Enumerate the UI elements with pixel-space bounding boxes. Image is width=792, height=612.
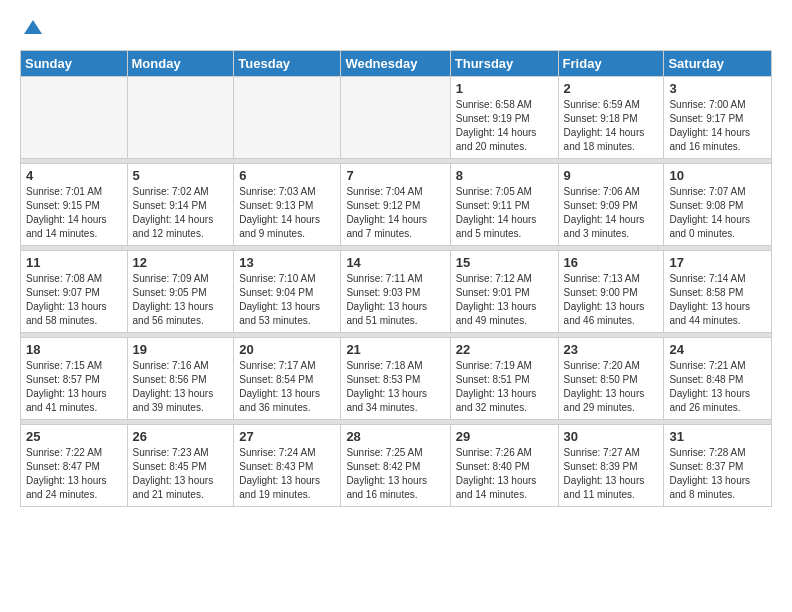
day-number: 11: [26, 255, 122, 270]
calendar-cell: 5Sunrise: 7:02 AM Sunset: 9:14 PM Daylig…: [127, 164, 234, 246]
week-row-3: 11Sunrise: 7:08 AM Sunset: 9:07 PM Dayli…: [21, 251, 772, 333]
day-number: 25: [26, 429, 122, 444]
day-info: Sunrise: 6:59 AM Sunset: 9:18 PM Dayligh…: [564, 98, 659, 154]
day-number: 8: [456, 168, 553, 183]
calendar-cell: [127, 77, 234, 159]
calendar-cell: 2Sunrise: 6:59 AM Sunset: 9:18 PM Daylig…: [558, 77, 664, 159]
day-info: Sunrise: 7:26 AM Sunset: 8:40 PM Dayligh…: [456, 446, 553, 502]
page: SundayMondayTuesdayWednesdayThursdayFrid…: [0, 0, 792, 523]
calendar: SundayMondayTuesdayWednesdayThursdayFrid…: [20, 50, 772, 507]
calendar-cell: [234, 77, 341, 159]
day-number: 7: [346, 168, 444, 183]
calendar-cell: 3Sunrise: 7:00 AM Sunset: 9:17 PM Daylig…: [664, 77, 772, 159]
day-number: 19: [133, 342, 229, 357]
week-row-5: 25Sunrise: 7:22 AM Sunset: 8:47 PM Dayli…: [21, 425, 772, 507]
calendar-cell: 1Sunrise: 6:58 AM Sunset: 9:19 PM Daylig…: [450, 77, 558, 159]
day-info: Sunrise: 7:10 AM Sunset: 9:04 PM Dayligh…: [239, 272, 335, 328]
calendar-cell: 15Sunrise: 7:12 AM Sunset: 9:01 PM Dayli…: [450, 251, 558, 333]
day-info: Sunrise: 7:27 AM Sunset: 8:39 PM Dayligh…: [564, 446, 659, 502]
day-number: 3: [669, 81, 766, 96]
calendar-cell: 30Sunrise: 7:27 AM Sunset: 8:39 PM Dayli…: [558, 425, 664, 507]
day-number: 31: [669, 429, 766, 444]
day-number: 6: [239, 168, 335, 183]
day-number: 27: [239, 429, 335, 444]
day-number: 24: [669, 342, 766, 357]
day-number: 15: [456, 255, 553, 270]
calendar-cell: 10Sunrise: 7:07 AM Sunset: 9:08 PM Dayli…: [664, 164, 772, 246]
calendar-cell: 11Sunrise: 7:08 AM Sunset: 9:07 PM Dayli…: [21, 251, 128, 333]
calendar-cell: 13Sunrise: 7:10 AM Sunset: 9:04 PM Dayli…: [234, 251, 341, 333]
day-number: 22: [456, 342, 553, 357]
calendar-cell: 9Sunrise: 7:06 AM Sunset: 9:09 PM Daylig…: [558, 164, 664, 246]
calendar-cell: 6Sunrise: 7:03 AM Sunset: 9:13 PM Daylig…: [234, 164, 341, 246]
weekday-header-friday: Friday: [558, 51, 664, 77]
day-info: Sunrise: 7:24 AM Sunset: 8:43 PM Dayligh…: [239, 446, 335, 502]
logo: [20, 16, 44, 38]
calendar-cell: 14Sunrise: 7:11 AM Sunset: 9:03 PM Dayli…: [341, 251, 450, 333]
day-info: Sunrise: 7:13 AM Sunset: 9:00 PM Dayligh…: [564, 272, 659, 328]
day-info: Sunrise: 7:07 AM Sunset: 9:08 PM Dayligh…: [669, 185, 766, 241]
calendar-cell: 8Sunrise: 7:05 AM Sunset: 9:11 PM Daylig…: [450, 164, 558, 246]
day-number: 21: [346, 342, 444, 357]
calendar-cell: 7Sunrise: 7:04 AM Sunset: 9:12 PM Daylig…: [341, 164, 450, 246]
calendar-cell: 17Sunrise: 7:14 AM Sunset: 8:58 PM Dayli…: [664, 251, 772, 333]
weekday-header-row: SundayMondayTuesdayWednesdayThursdayFrid…: [21, 51, 772, 77]
day-info: Sunrise: 7:21 AM Sunset: 8:48 PM Dayligh…: [669, 359, 766, 415]
day-number: 12: [133, 255, 229, 270]
calendar-cell: 20Sunrise: 7:17 AM Sunset: 8:54 PM Dayli…: [234, 338, 341, 420]
calendar-cell: 4Sunrise: 7:01 AM Sunset: 9:15 PM Daylig…: [21, 164, 128, 246]
calendar-cell: 22Sunrise: 7:19 AM Sunset: 8:51 PM Dayli…: [450, 338, 558, 420]
week-row-1: 1Sunrise: 6:58 AM Sunset: 9:19 PM Daylig…: [21, 77, 772, 159]
day-number: 30: [564, 429, 659, 444]
calendar-cell: 19Sunrise: 7:16 AM Sunset: 8:56 PM Dayli…: [127, 338, 234, 420]
day-info: Sunrise: 7:22 AM Sunset: 8:47 PM Dayligh…: [26, 446, 122, 502]
day-number: 17: [669, 255, 766, 270]
weekday-header-tuesday: Tuesday: [234, 51, 341, 77]
day-info: Sunrise: 7:08 AM Sunset: 9:07 PM Dayligh…: [26, 272, 122, 328]
calendar-cell: [21, 77, 128, 159]
day-info: Sunrise: 7:25 AM Sunset: 8:42 PM Dayligh…: [346, 446, 444, 502]
week-row-2: 4Sunrise: 7:01 AM Sunset: 9:15 PM Daylig…: [21, 164, 772, 246]
day-number: 5: [133, 168, 229, 183]
day-number: 16: [564, 255, 659, 270]
weekday-header-thursday: Thursday: [450, 51, 558, 77]
header: [20, 16, 772, 38]
calendar-cell: 18Sunrise: 7:15 AM Sunset: 8:57 PM Dayli…: [21, 338, 128, 420]
day-info: Sunrise: 7:11 AM Sunset: 9:03 PM Dayligh…: [346, 272, 444, 328]
day-info: Sunrise: 7:05 AM Sunset: 9:11 PM Dayligh…: [456, 185, 553, 241]
weekday-header-saturday: Saturday: [664, 51, 772, 77]
calendar-cell: 29Sunrise: 7:26 AM Sunset: 8:40 PM Dayli…: [450, 425, 558, 507]
day-number: 23: [564, 342, 659, 357]
day-number: 29: [456, 429, 553, 444]
day-number: 13: [239, 255, 335, 270]
calendar-cell: [341, 77, 450, 159]
day-info: Sunrise: 7:01 AM Sunset: 9:15 PM Dayligh…: [26, 185, 122, 241]
calendar-cell: 12Sunrise: 7:09 AM Sunset: 9:05 PM Dayli…: [127, 251, 234, 333]
day-info: Sunrise: 7:15 AM Sunset: 8:57 PM Dayligh…: [26, 359, 122, 415]
day-info: Sunrise: 7:28 AM Sunset: 8:37 PM Dayligh…: [669, 446, 766, 502]
day-number: 2: [564, 81, 659, 96]
day-number: 9: [564, 168, 659, 183]
day-info: Sunrise: 7:09 AM Sunset: 9:05 PM Dayligh…: [133, 272, 229, 328]
day-number: 20: [239, 342, 335, 357]
day-info: Sunrise: 7:03 AM Sunset: 9:13 PM Dayligh…: [239, 185, 335, 241]
day-number: 1: [456, 81, 553, 96]
weekday-header-sunday: Sunday: [21, 51, 128, 77]
day-info: Sunrise: 7:17 AM Sunset: 8:54 PM Dayligh…: [239, 359, 335, 415]
calendar-cell: 26Sunrise: 7:23 AM Sunset: 8:45 PM Dayli…: [127, 425, 234, 507]
day-info: Sunrise: 7:00 AM Sunset: 9:17 PM Dayligh…: [669, 98, 766, 154]
day-info: Sunrise: 7:14 AM Sunset: 8:58 PM Dayligh…: [669, 272, 766, 328]
day-info: Sunrise: 7:23 AM Sunset: 8:45 PM Dayligh…: [133, 446, 229, 502]
calendar-cell: 25Sunrise: 7:22 AM Sunset: 8:47 PM Dayli…: [21, 425, 128, 507]
calendar-cell: 28Sunrise: 7:25 AM Sunset: 8:42 PM Dayli…: [341, 425, 450, 507]
day-info: Sunrise: 7:02 AM Sunset: 9:14 PM Dayligh…: [133, 185, 229, 241]
day-number: 14: [346, 255, 444, 270]
weekday-header-wednesday: Wednesday: [341, 51, 450, 77]
svg-marker-0: [24, 20, 42, 34]
day-info: Sunrise: 7:12 AM Sunset: 9:01 PM Dayligh…: [456, 272, 553, 328]
calendar-cell: 27Sunrise: 7:24 AM Sunset: 8:43 PM Dayli…: [234, 425, 341, 507]
calendar-cell: 21Sunrise: 7:18 AM Sunset: 8:53 PM Dayli…: [341, 338, 450, 420]
day-info: Sunrise: 7:18 AM Sunset: 8:53 PM Dayligh…: [346, 359, 444, 415]
day-info: Sunrise: 7:19 AM Sunset: 8:51 PM Dayligh…: [456, 359, 553, 415]
calendar-cell: 23Sunrise: 7:20 AM Sunset: 8:50 PM Dayli…: [558, 338, 664, 420]
